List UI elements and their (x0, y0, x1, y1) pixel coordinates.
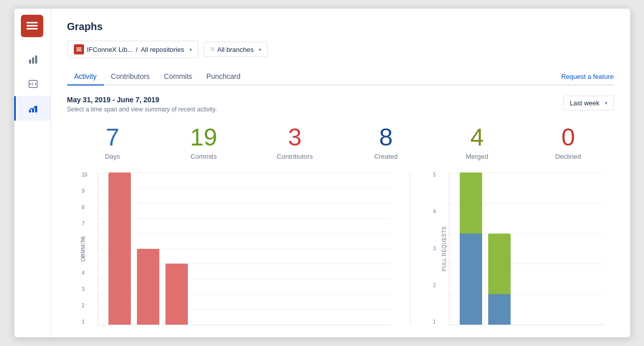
repo-all: All repositories (141, 46, 184, 53)
date-range: May 31, 2019 - June 7, 2019 (67, 96, 217, 104)
pr-y-label: PULL REQUESTS (441, 226, 446, 272)
commits-bar-1 (108, 172, 131, 325)
svg-rect-4 (29, 60, 31, 64)
tab-contributors[interactable]: Contributors (104, 68, 157, 85)
pr-bar-2 (488, 172, 511, 325)
pr-y-label-1: 1 (433, 320, 436, 325)
sidebar-item-stats[interactable] (14, 47, 50, 72)
svg-rect-10 (35, 106, 37, 112)
pr-y-label-2: 2 (433, 283, 436, 288)
app-logo (21, 15, 43, 37)
stat-merged-number: 4 (432, 125, 523, 150)
tab-commits[interactable]: Commits (157, 68, 199, 85)
stat-commits-number: 19 (158, 125, 249, 150)
period-chevron-icon: ▾ (605, 100, 607, 106)
y-label-9: 9 (82, 189, 88, 194)
svg-rect-8 (29, 110, 31, 112)
y-label-8: 8 (82, 205, 88, 210)
pr-bars (450, 172, 604, 325)
pr-bar-1-green (460, 172, 482, 234)
branch-icon: ⑂ (210, 45, 214, 53)
pr-y-label-4: 4 (433, 209, 436, 214)
y-label-4: 4 (82, 271, 88, 276)
main-window: Graphs IFConneX Lib... / All repositorie… (14, 9, 630, 337)
stat-declined: 0 Declined (523, 125, 614, 160)
period-label: Last week (570, 99, 600, 107)
charts-area: COMMITS (67, 172, 614, 325)
commits-bar-2 (137, 249, 159, 325)
sidebar-item-charts[interactable] (14, 96, 50, 121)
pr-bar-1-blue (460, 234, 482, 325)
repo-dropdown-btn[interactable]: IFConneX Lib... / All repositories ▾ (67, 41, 199, 58)
branch-dropdown-btn[interactable]: ⑂ All branches ▾ (204, 42, 268, 57)
page-title: Graphs (67, 21, 614, 33)
branch-chevron-icon: ▾ (259, 47, 261, 52)
pr-bar-2-green (488, 234, 511, 295)
svg-rect-9 (32, 108, 34, 112)
stat-created-label: Created (341, 153, 432, 160)
svg-rect-1 (26, 22, 38, 23)
pr-y-label-5: 5 (433, 172, 436, 178)
svg-rect-12 (76, 48, 81, 49)
commits-bars (98, 172, 391, 325)
stat-contributors: 3 Contributors (249, 125, 341, 160)
tab-punchcard[interactable]: Punchcard (199, 68, 247, 85)
pr-chart-container: 5 4 3 2 1 (449, 172, 604, 325)
pr-y-label-3: 3 (433, 246, 436, 251)
svg-rect-5 (32, 57, 34, 64)
y-label-1: 1 (82, 320, 88, 325)
pr-chart: PULL REQUESTS 5 4 3 2 (431, 172, 614, 325)
repo-chevron-icon: ▾ (189, 47, 192, 52)
commits-chart-container: 10 9 8 7 6 5 4 3 2 1 (98, 172, 391, 325)
sidebar (14, 9, 51, 337)
date-row: May 31, 2019 - June 7, 2019 Select a tim… (67, 96, 614, 113)
y-label-10: 10 (82, 172, 88, 178)
svg-rect-2 (26, 25, 38, 26)
stat-commits: 19 Commits (158, 125, 249, 160)
tabs-bar: Activity Contributors Commits Punchcard … (67, 68, 614, 85)
stat-merged: 4 Merged (432, 125, 523, 160)
svg-rect-6 (35, 55, 37, 64)
y-label-3: 3 (82, 287, 88, 292)
commits-y-label: COMMITS (80, 236, 86, 262)
y-label-2: 2 (82, 303, 88, 308)
request-feature-link[interactable]: Request a feature (561, 73, 613, 80)
stat-declined-number: 0 (523, 125, 614, 150)
stat-declined-label: Declined (523, 153, 614, 160)
pr-bar-2-blue (488, 294, 511, 325)
repo-name: IFConneX Lib... (87, 46, 133, 53)
stat-days-number: 7 (67, 125, 158, 150)
repo-separator: / (136, 46, 138, 53)
main-content: Graphs IFConneX Lib... / All repositorie… (51, 9, 630, 337)
stat-contributors-label: Contributors (249, 153, 341, 160)
stat-created-number: 8 (341, 125, 432, 150)
stat-created: 8 Created (341, 125, 432, 160)
tab-activity[interactable]: Activity (67, 68, 104, 85)
commits-bar-3 (165, 264, 188, 325)
stat-days: 7 Days (67, 125, 158, 160)
repo-icon (74, 44, 84, 54)
date-subtitle: Select a time span and view summary of r… (67, 106, 217, 113)
svg-rect-14 (76, 50, 81, 51)
commits-chart: COMMITS (79, 172, 402, 325)
svg-rect-13 (76, 49, 81, 50)
date-info: May 31, 2019 - June 7, 2019 Select a tim… (67, 96, 217, 113)
chart-divider (410, 172, 410, 325)
header-controls: IFConneX Lib... / All repositories ▾ ⑂ A… (67, 41, 614, 58)
period-dropdown-btn[interactable]: Last week ▾ (563, 96, 614, 110)
pr-y-labels: 5 4 3 2 1 (433, 172, 436, 325)
y-label-7: 7 (82, 221, 88, 226)
sidebar-item-code[interactable] (14, 72, 50, 96)
stat-days-label: Days (67, 153, 158, 160)
stat-commits-label: Commits (158, 153, 249, 160)
branch-label: All branches (217, 46, 254, 53)
svg-rect-3 (26, 28, 38, 30)
pr-bar-1 (460, 172, 482, 325)
stat-contributors-number: 3 (249, 125, 341, 150)
stats-row: 7 Days 19 Commits 3 Contributors 8 Creat… (67, 125, 614, 160)
stat-merged-label: Merged (432, 153, 523, 160)
